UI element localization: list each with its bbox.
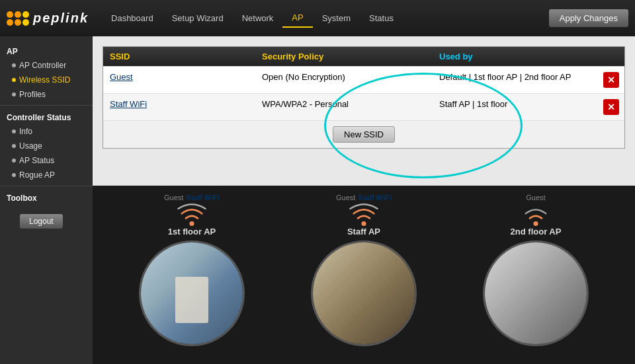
delete-cell-2: ✕ [598, 94, 624, 120]
sidebar-divider-2 [0, 186, 93, 186]
sidebar-item-usage[interactable]: Usage [0, 139, 93, 153]
bullet-rogue-ap [12, 173, 16, 177]
ssid-link-staff[interactable]: Staff WiFi [110, 99, 147, 109]
wifi-icon-2nd [520, 203, 552, 227]
table-header: SSID Security Policy Used by [103, 47, 624, 66]
table-row: Staff WiFi WPA/WPA2 - Personal Staff AP … [103, 93, 624, 120]
dot6 [22, 19, 29, 26]
new-ssid-button[interactable]: New SSID [333, 126, 395, 143]
ap-image-2nd [483, 240, 589, 346]
sidebar-item-profiles[interactable]: Profiles [0, 87, 93, 102]
tag-staffwifi-1st: Staff WiFi [186, 194, 220, 201]
bullet-info [12, 129, 16, 133]
usedby-cell-2: Staff AP | 1st floor [433, 94, 598, 120]
usedby-cell-1: Default | 1st floor AP | 2nd floor AP [433, 67, 598, 93]
ssid-table: SSID Security Policy Used by Guest Open … [103, 46, 625, 149]
sidebar-section-ap: AP [0, 43, 93, 58]
bullet-usage [12, 144, 16, 148]
security-cell-2: WPA/WPA2 - Personal [255, 94, 433, 120]
delete-button-guest[interactable]: ✕ [603, 72, 619, 88]
tag-guest-staff: Guest [336, 194, 355, 201]
ap-label-2nd: 2nd floor AP [511, 227, 562, 237]
nav-status[interactable]: Status [360, 9, 403, 27]
col-action [598, 47, 624, 66]
new-ssid-row: New SSID [103, 120, 624, 148]
tag-guest-2nd: Guest [526, 194, 545, 201]
apply-changes-button[interactable]: Apply Changes [549, 9, 628, 27]
sidebar-item-wireless-ssid[interactable]: Wireless SSID [0, 73, 93, 87]
ap-column-2nd-floor: Guest 2nd floor AP [470, 194, 602, 346]
bullet-profiles [12, 92, 16, 96]
ssid-link-guest[interactable]: Guest [110, 72, 133, 82]
col-usedby: Used by [433, 47, 598, 66]
header: peplink Dashboard Setup Wizard Network A… [0, 0, 635, 36]
svg-point-0 [189, 221, 194, 226]
ap-diagram: Guest Staff WiFi 1st floor AP [93, 186, 635, 364]
ap-image-1st [139, 240, 245, 346]
main-layout: AP AP Controller Wireless SSID Profiles … [0, 36, 635, 364]
ssid-cell-1: Guest [103, 67, 255, 93]
tags-1st-floor: Guest Staff WiFi [164, 194, 220, 201]
table-row: Guest Open (No Encryption) Default | 1st… [103, 66, 624, 93]
bullet-ap-controller [12, 63, 16, 67]
delete-button-staff[interactable]: ✕ [603, 99, 619, 115]
dot3 [22, 11, 29, 18]
sidebar-item-ap-status[interactable]: AP Status [0, 153, 93, 168]
delete-cell-1: ✕ [598, 67, 624, 93]
nav-setup-wizard[interactable]: Setup Wizard [163, 9, 233, 27]
dot4 [7, 19, 13, 26]
tags-2nd-floor: Guest [526, 194, 545, 201]
sidebar-section-controller: Controller Status [0, 109, 93, 124]
bullet-ap-status [12, 159, 16, 163]
col-ssid: SSID [103, 47, 255, 66]
sidebar-item-ap-controller[interactable]: AP Controller [0, 58, 93, 73]
nav-system[interactable]: System [313, 9, 360, 27]
logo-dots [7, 11, 29, 26]
logout-button[interactable]: Logout [20, 214, 63, 229]
sidebar-section-toolbox: Toolbox [0, 190, 93, 205]
dot1 [7, 11, 13, 18]
security-cell-1: Open (No Encryption) [255, 67, 433, 93]
device-img-1st [175, 277, 208, 323]
logo-area: peplink [7, 11, 89, 26]
sidebar-divider-1 [0, 105, 93, 106]
wifi-icon-1st [176, 203, 208, 227]
tags-staff: Guest Staff WiFi [336, 194, 392, 201]
nav-network[interactable]: Network [233, 9, 283, 27]
ap-column-1st-floor: Guest Staff WiFi 1st floor AP [126, 194, 258, 346]
svg-point-2 [533, 221, 538, 226]
ap-image-staff [311, 240, 417, 346]
sidebar-item-info[interactable]: Info [0, 124, 93, 139]
nav-dashboard[interactable]: Dashboard [102, 9, 163, 27]
sidebar-item-rogue-ap[interactable]: Rogue AP [0, 168, 93, 182]
wifi-icon-staff [348, 203, 380, 227]
main-nav: Dashboard Setup Wizard Network AP System… [102, 9, 403, 28]
ap-label-1st: 1st floor AP [168, 227, 216, 237]
dot5 [15, 19, 21, 26]
ap-label-staff: Staff AP [347, 227, 380, 237]
dot2 [15, 11, 21, 18]
bullet-wireless-ssid [12, 78, 16, 82]
ssid-cell-2: Staff WiFi [103, 94, 255, 120]
sidebar: AP AP Controller Wireless SSID Profiles … [0, 36, 93, 364]
nav-ap[interactable]: AP [282, 9, 312, 28]
svg-point-1 [361, 221, 366, 226]
content-area: SSID Security Policy Used by Guest Open … [93, 36, 635, 364]
tag-staffwifi-staff: Staff WiFi [358, 194, 392, 201]
ap-column-staff: Guest Staff WiFi Staff AP [298, 194, 430, 346]
tag-guest-1st: Guest [164, 194, 183, 201]
logo-text: peplink [33, 11, 89, 26]
col-security: Security Policy [255, 47, 433, 66]
